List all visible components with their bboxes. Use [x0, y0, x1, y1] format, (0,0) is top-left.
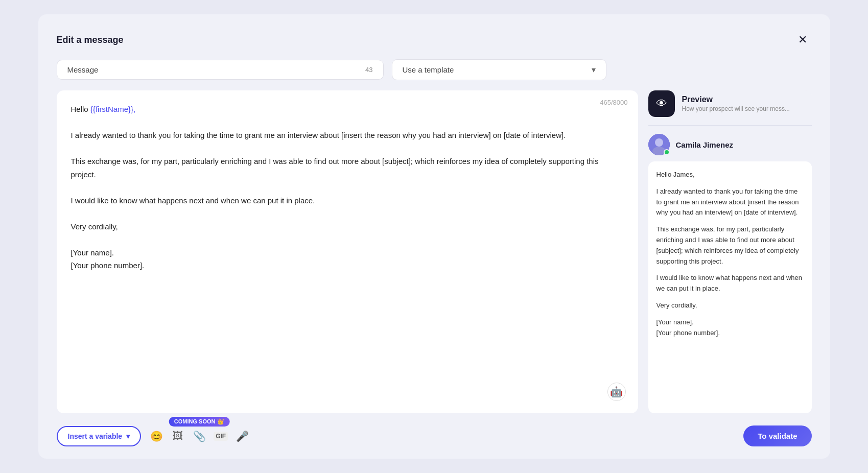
toolbar-row: Message 43 Use a template ▾ — [57, 59, 812, 80]
preview-panel: 👁 Preview How your prospect will see you… — [648, 90, 812, 413]
close-button[interactable]: ✕ — [793, 31, 812, 49]
image-button[interactable]: 🖼 — [169, 427, 187, 445]
message-line5: [Your name]. — [71, 246, 624, 259]
emoji-icon: 😊 — [150, 430, 163, 442]
insert-variable-label: Insert a variable — [68, 432, 123, 440]
char-counter: 465/8000 — [600, 99, 627, 106]
preview-message-box: Hello James, I already wanted to thank y… — [648, 161, 812, 413]
chevron-down-icon-variable: ▾ — [126, 432, 130, 440]
greeting-text: Hello — [71, 105, 90, 113]
image-icon: 🖼 — [173, 430, 183, 442]
insert-variable-button[interactable]: Insert a variable ▾ — [57, 426, 142, 446]
svg-point-1 — [655, 138, 663, 147]
preview-eye-button[interactable]: 👁 — [648, 90, 675, 117]
preview-p3: I would like to know what happens next a… — [656, 273, 804, 294]
preview-title-group: Preview How your prospect will see your … — [682, 95, 790, 112]
attach-icon: 📎 — [193, 430, 206, 442]
modal-title: Edit a message — [57, 35, 124, 45]
attach-button[interactable]: 📎 — [190, 427, 208, 445]
editor-area[interactable]: 465/8000 Hello {{firstName}}, I already … — [57, 90, 638, 413]
message-body: Hello {{firstName}}, I already wanted to… — [71, 103, 624, 272]
message-line6: [Your phone number]. — [71, 259, 624, 272]
edit-message-modal: Edit a message ✕ Message 43 Use a templa… — [38, 14, 830, 459]
message-char-count: 43 — [365, 66, 372, 74]
chevron-down-icon: ▾ — [592, 65, 596, 75]
mic-button[interactable]: 🎤 — [233, 427, 251, 445]
preview-subtitle: How your prospect will see your mess... — [682, 105, 790, 112]
message-line1: I already wanted to thank you for taking… — [71, 129, 624, 142]
validate-button[interactable]: To validate — [743, 425, 811, 446]
preview-your-name: [Your name]. — [656, 318, 694, 326]
close-icon: ✕ — [798, 33, 807, 46]
modal-overlay: Edit a message ✕ Message 43 Use a templa… — [0, 0, 868, 473]
contact-name: Camila Jimenez — [676, 140, 734, 149]
coming-soon-emoji: 👑 — [217, 418, 224, 425]
validate-label: To validate — [758, 432, 797, 440]
preview-p5: [Your name]. [Your phone number]. — [656, 317, 804, 339]
message-line4: Very cordially, — [71, 220, 624, 233]
preview-p2: This exchange was, for my part, particul… — [656, 224, 804, 267]
preview-p4: Very cordially, — [656, 300, 804, 311]
preview-p1: I already wanted to thank you for taking… — [656, 186, 804, 218]
coming-soon-label: COMING SOON — [174, 418, 216, 424]
preview-greeting: Hello James, — [656, 170, 804, 180]
message-tab[interactable]: Message 43 — [57, 60, 384, 80]
avatar-wrapper — [648, 134, 670, 155]
ai-icon-button[interactable]: 🤖 — [607, 383, 626, 401]
preview-your-phone: [Your phone number]. — [656, 329, 720, 337]
coming-soon-badge: COMING SOON 👑 — [169, 417, 230, 427]
message-line3: I would like to know what happens next a… — [71, 194, 624, 207]
bottom-toolbar: Insert a variable ▾ COMING SOON 👑 😊 🖼 📎 — [57, 423, 812, 446]
modal-header: Edit a message ✕ — [57, 31, 812, 49]
main-content: 465/8000 Hello {{firstName}}, I already … — [57, 90, 812, 413]
gif-button[interactable]: GIF — [212, 427, 230, 445]
emoji-button[interactable]: 😊 — [147, 427, 166, 445]
template-dropdown[interactable]: Use a template ▾ — [392, 59, 606, 80]
message-tab-label: Message — [67, 65, 99, 74]
online-status-indicator — [664, 149, 670, 155]
preview-header: 👁 Preview How your prospect will see you… — [648, 90, 812, 126]
eye-icon: 👁 — [656, 97, 667, 110]
mic-icon: 🎤 — [236, 430, 249, 442]
firstname-variable: {{firstName}}, — [90, 105, 135, 113]
ai-icon: 🤖 — [610, 386, 623, 398]
gif-icon: GIF — [214, 432, 228, 441]
template-dropdown-label: Use a template — [403, 65, 454, 74]
preview-contact: Camila Jimenez — [648, 126, 812, 161]
toolbar-icons: COMING SOON 👑 😊 🖼 📎 GIF 🎤 — [147, 427, 251, 445]
message-line2: This exchange was, for my part, particul… — [71, 155, 624, 181]
preview-title: Preview — [682, 95, 790, 104]
